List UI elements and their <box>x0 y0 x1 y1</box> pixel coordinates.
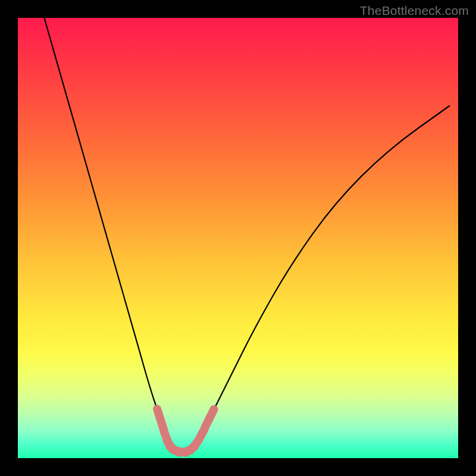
watermark-text: TheBottleneck.com <box>360 4 469 18</box>
marker-group <box>157 409 214 452</box>
plot-area <box>18 18 458 458</box>
curve-marker <box>209 409 214 419</box>
chart-frame: TheBottleneck.com <box>0 0 476 476</box>
bottleneck-curve <box>44 18 449 452</box>
curve-layer <box>18 18 458 458</box>
